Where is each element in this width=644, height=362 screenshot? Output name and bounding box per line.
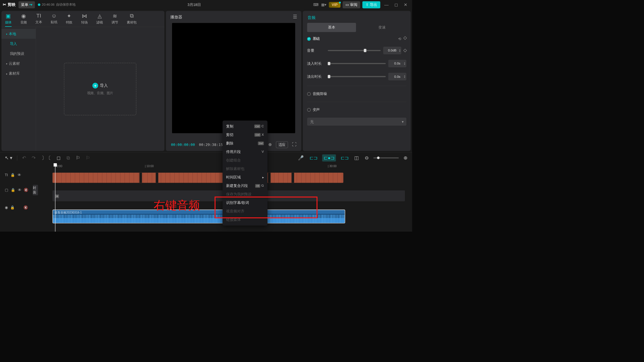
tick: | 10:00 (145, 165, 154, 168)
crop-icon[interactable]: ◻ (56, 154, 62, 162)
ctx-删除[interactable]: 删除Del (223, 139, 268, 148)
fadeout-value[interactable]: 0.0s▴▾ (388, 73, 406, 80)
voicechange-select[interactable]: 无 ▾ (307, 118, 406, 126)
lock-icon[interactable]: 🔒 (11, 188, 15, 192)
lock-icon[interactable]: 🔒 (10, 205, 15, 210)
align-icon[interactable]: ◫ (353, 154, 360, 162)
media-panel-body: ▸本地导入我的预设▸云素材▸素材库 + 导入 视频、音频、图片 (1, 27, 164, 151)
tool-tab-贴纸[interactable]: ☺贴纸 (51, 13, 57, 27)
ctx-剪切[interactable]: 剪切CtrlX (223, 130, 268, 139)
voicechange-checkbox[interactable] (307, 108, 311, 112)
denoise-checkbox[interactable] (307, 92, 311, 96)
keyboard-icon[interactable]: ⌨ (313, 2, 319, 7)
tree-item-我的预设[interactable]: 我的预设 (1, 49, 36, 59)
tab-icon: ✦ (67, 13, 71, 19)
ctx-时间区域[interactable]: 时间区域▸ (223, 173, 268, 182)
snap-icon[interactable]: ⊏⊐ (340, 154, 350, 162)
tick: | 30:00 (328, 165, 336, 168)
tool-tab-音频[interactable]: ◉音频 (20, 13, 27, 27)
video-track-controls: ▢ 🔒 👁 🔇 封面 (0, 181, 38, 199)
volume-slider[interactable] (328, 50, 381, 51)
tool-tab-特效[interactable]: ✦特效 (66, 13, 72, 27)
ctx-label: 时间区域 (226, 175, 241, 180)
freeze-icon[interactable]: ⧉ (65, 154, 71, 162)
redo-icon[interactable]: ↷ (31, 154, 37, 162)
tool-tab-素材包[interactable]: ⧉素材包 (127, 13, 137, 27)
export-button[interactable]: ⇧ 导出 (362, 1, 380, 8)
text-track-clip[interactable] (53, 173, 344, 183)
zoom-out-icon[interactable]: ⊖ (364, 154, 370, 162)
import-button[interactable]: + 导入 (92, 83, 108, 88)
pointer-tool-icon[interactable]: ↖ ▾ (4, 154, 14, 162)
tree-item-本地[interactable]: ▸本地 (1, 29, 36, 39)
ctx-停用片段[interactable]: 停用片段V (223, 148, 268, 156)
marker2-icon[interactable]: ⚐ (85, 154, 91, 162)
zoom-icon[interactable]: ⊕ (268, 142, 272, 147)
split-icon[interactable]: 〕〔 (40, 154, 52, 162)
mute-icon[interactable]: 🔇 (24, 188, 28, 192)
layout-icon[interactable]: ▦▾ (321, 2, 327, 7)
link-icon[interactable]: ⊏●⊐ (322, 154, 336, 161)
playhead[interactable] (55, 163, 55, 232)
review-label: 审阅 (350, 2, 357, 7)
keyframe-icon[interactable] (403, 36, 407, 40)
maximize-button[interactable]: ◻ (393, 2, 400, 7)
ctx-label: 停用片段 (226, 149, 241, 154)
fadeout-label: 淡出时长 (307, 74, 325, 79)
voicechange-value: 无 (310, 119, 314, 124)
player-canvas[interactable] (172, 23, 295, 133)
magnet-icon[interactable]: ⊏⊐ (308, 154, 319, 162)
volume-value[interactable]: 0.0dB▴▾ (383, 47, 401, 54)
tab-icon: TI (36, 13, 41, 19)
basic-checkbox[interactable] (307, 37, 311, 41)
tree-label: 导入 (10, 41, 17, 46)
review-button[interactable]: ▭ 审阅 (343, 1, 360, 8)
duration-timecode: 00:29:38:15 (199, 143, 223, 147)
fit-button[interactable]: 适应 (276, 141, 288, 148)
minimize-button[interactable]: — (383, 2, 390, 7)
zoom-in-icon[interactable]: ⊕ (402, 154, 409, 162)
main-menu-button[interactable]: 菜单 •▾ (18, 1, 35, 8)
ctx-新建复合片段[interactable]: 新建复合片段AltG (223, 182, 268, 190)
reset-icon[interactable]: ⟲ (398, 37, 401, 41)
eye-icon[interactable]: 👁 (18, 173, 21, 177)
tab-icon: ◬ (98, 13, 102, 19)
tool-tab-媒体[interactable]: ▣媒体 (5, 13, 12, 27)
tool-tab-转场[interactable]: ⋈转场 (81, 13, 88, 27)
eye-icon[interactable]: 👁 (18, 188, 22, 192)
lock-icon[interactable]: 🔒 (10, 173, 15, 177)
import-dropzone[interactable]: + 导入 视频、音频、图片 (64, 63, 136, 115)
tab-label: 滤镜 (96, 20, 103, 24)
mute-icon[interactable]: 🔇 (23, 205, 28, 210)
tab-basic[interactable]: 基本 (307, 23, 356, 32)
basic-section-header: 基础 ⟲ (307, 36, 406, 41)
fadein-slider[interactable] (328, 63, 386, 64)
review-icon: ▭ (345, 3, 349, 7)
tree-item-云素材[interactable]: ▸云素材 (1, 59, 36, 68)
audio-track-icon: ◉ (5, 205, 8, 210)
import-hint: 视频、音频、图片 (87, 91, 113, 95)
mic-icon[interactable]: 🎤 (297, 154, 305, 162)
tree-item-导入[interactable]: 导入 (1, 39, 36, 49)
fadeout-slider[interactable] (328, 76, 386, 77)
zoom-slider[interactable] (373, 158, 399, 158)
voicechange-row: 变声 (307, 107, 406, 112)
tool-tab-调节[interactable]: ≋调节 (111, 13, 118, 27)
tab-speed[interactable]: 变速 (357, 23, 406, 32)
cover-thumb[interactable]: 封面 (33, 185, 38, 195)
marker-icon[interactable]: ⚐ (75, 154, 81, 162)
volume-keyframe-icon[interactable] (403, 49, 407, 52)
ctx-复制[interactable]: 复制CtrlC (223, 122, 268, 130)
annotation-box (214, 197, 317, 218)
tool-tab-滤镜[interactable]: ◬滤镜 (96, 13, 103, 27)
voicechange-label: 变声 (313, 107, 320, 112)
tool-tab-文本[interactable]: TI文本 (35, 13, 42, 27)
tree-item-素材库[interactable]: ▸素材库 (1, 69, 36, 79)
close-button[interactable]: ✕ (402, 2, 409, 7)
vip-badge[interactable]: VIP (329, 2, 340, 8)
plus-icon: + (92, 83, 98, 88)
player-menu-icon[interactable]: ☰ (293, 14, 297, 20)
fullscreen-icon[interactable]: ⛶ (292, 142, 296, 147)
undo-icon[interactable]: ↶ (21, 154, 27, 162)
fadein-value[interactable]: 0.0s▴▾ (388, 60, 406, 67)
